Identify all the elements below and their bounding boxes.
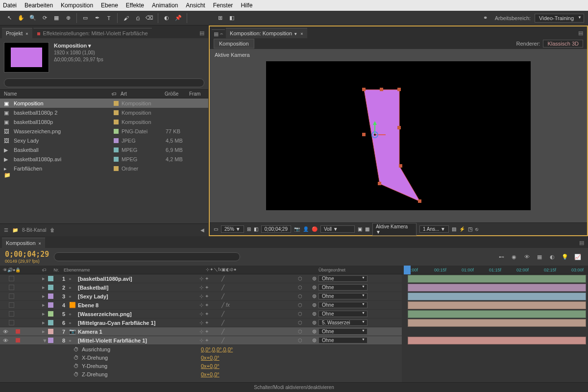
- layer-bar[interactable]: [408, 275, 586, 283]
- snapshot-icon[interactable]: 📷: [294, 226, 300, 232]
- pan-behind-tool-icon[interactable]: ⊕: [63, 13, 74, 24]
- rect-tool-icon[interactable]: ▭: [80, 13, 91, 24]
- timeline-tab[interactable]: Komposition×: [2, 238, 45, 248]
- shy-icon[interactable]: 👁: [521, 251, 532, 262]
- brush-tool-icon[interactable]: 🖌: [121, 13, 131, 24]
- show-snapshot-icon[interactable]: 👤: [303, 226, 309, 232]
- layer-bar[interactable]: [408, 293, 586, 300]
- views-count-dropdown[interactable]: 1 Ans... ▼: [419, 225, 449, 233]
- tab-effekteinstellungen[interactable]: Effekteinstellungen: Mittel-Violett Farb…: [33, 28, 152, 38]
- panel-menu-icon[interactable]: ▤: [576, 28, 585, 38]
- layer-row[interactable]: ▸ 3 ▫ [Sexy Lady] ⊹✦╱⬡ ⊚Ohne: [0, 292, 402, 301]
- toggle-switches-button[interactable]: Schalter/Modi aktivieren/deaktivieren: [254, 385, 334, 390]
- channel-icon[interactable]: 🔴: [312, 226, 318, 232]
- draft3d-icon[interactable]: ◉: [509, 251, 519, 262]
- fast-preview-icon[interactable]: ⚡: [459, 226, 465, 232]
- text-tool-icon[interactable]: T: [103, 13, 114, 24]
- project-search-input[interactable]: [4, 78, 204, 87]
- frame-blend-icon[interactable]: ▦: [534, 251, 545, 262]
- layer-bar[interactable]: [408, 319, 586, 327]
- transparency-icon[interactable]: ▦: [365, 226, 369, 232]
- project-title[interactable]: Komposition ▾: [54, 42, 103, 49]
- panel-menu-icon[interactable]: ▤: [577, 238, 586, 248]
- pen-tool-icon[interactable]: ✒: [92, 13, 102, 24]
- hand-tool-icon[interactable]: ✋: [16, 13, 26, 24]
- pixel-aspect-icon[interactable]: ▤: [452, 226, 456, 232]
- time-display[interactable]: 0;00;04;29: [261, 225, 291, 233]
- eraser-tool-icon[interactable]: ⌫: [144, 13, 155, 24]
- parent-dropdown[interactable]: Ohne: [318, 275, 368, 282]
- layer-bar[interactable]: [408, 301, 586, 309]
- motion-blur-icon[interactable]: ◐: [547, 251, 558, 262]
- layer-row[interactable]: ▸ 6 ▫ [Mittelgrau-Cyan Farbfläche 1] ⊹✦╱…: [0, 318, 402, 327]
- menu-komposition[interactable]: Komposition: [61, 2, 93, 9]
- layer-bar[interactable]: [408, 284, 586, 292]
- resolution-dropdown[interactable]: Voll ▼: [320, 225, 355, 233]
- project-item[interactable]: ▣KompositionKomposition: [0, 98, 208, 108]
- comp-tab[interactable]: Komposition: Komposition ▼×: [226, 28, 307, 38]
- grid-icon[interactable]: ⊞: [247, 226, 251, 232]
- parent-dropdown[interactable]: Ohne: [318, 293, 368, 299]
- menu-animation[interactable]: Animation: [152, 2, 178, 9]
- bit-depth-button[interactable]: 8-Bit-Kanal: [22, 227, 46, 233]
- layer-row[interactable]: ▸ 1 ▫ [basketball1080p.avi] ⊹✦╱⬡ ⊚Ohne: [0, 274, 402, 283]
- menu-hilfe[interactable]: Hilfe: [241, 2, 252, 9]
- close-icon[interactable]: ×: [25, 31, 28, 36]
- project-item[interactable]: 🖼Sexy LadyJPEG4,5 MB: [0, 136, 208, 145]
- close-icon[interactable]: ×: [300, 31, 303, 36]
- snap-extend-icon[interactable]: ◧: [226, 13, 237, 24]
- snap-icon[interactable]: ⊞: [215, 13, 225, 24]
- playhead[interactable]: [404, 266, 411, 274]
- panel-menu-icon[interactable]: ▤: [197, 28, 206, 38]
- tab-projekt[interactable]: Projekt×: [2, 28, 32, 38]
- parent-dropdown[interactable]: Ohne: [318, 337, 368, 343]
- layer-bar[interactable]: [408, 310, 586, 318]
- project-item[interactable]: 🖼Wasserzeichen.pngPNG-Datei77 KB: [0, 126, 208, 136]
- search-help-icon[interactable]: ⚭: [480, 13, 491, 24]
- camera-tool-icon[interactable]: ▦: [51, 13, 62, 24]
- timeline-icon[interactable]: ◳: [468, 226, 472, 232]
- roto-tool-icon[interactable]: ◐: [161, 13, 172, 24]
- project-item[interactable]: ▸ 📁FarbflächenOrdner: [0, 164, 208, 173]
- workspace-dropdown[interactable]: Video-Training: [535, 14, 584, 23]
- menu-fenster[interactable]: Fenster: [213, 2, 233, 9]
- brainstorm-icon[interactable]: 💡: [560, 251, 570, 262]
- parent-dropdown[interactable]: Ohne: [318, 328, 368, 335]
- parent-dropdown[interactable]: Ohne: [318, 284, 368, 291]
- flowchart-icon[interactable]: ⎋: [475, 226, 478, 232]
- selection-tool-icon[interactable]: ↖: [4, 13, 15, 24]
- property-row[interactable]: ⏱Z-Drehung0x+0,0°: [0, 370, 402, 378]
- close-icon[interactable]: ×: [39, 241, 41, 246]
- mask-icon[interactable]: ◧: [254, 226, 258, 232]
- comp-mini-icon[interactable]: ⊷: [496, 251, 507, 262]
- timeline-search-input[interactable]: [54, 252, 240, 261]
- graph-editor-icon[interactable]: 📈: [572, 251, 583, 262]
- property-row[interactable]: ⏱Ausrichtung0,0°,0,0°,0,0°: [0, 345, 402, 353]
- layer-row[interactable]: 👁 ▸ 7 📷 Kamera 1 ⊹✦╱⬡ ⊚Ohne: [0, 327, 402, 336]
- project-item[interactable]: ▶BasketballMPEG6,9 MB: [0, 145, 208, 154]
- puppet-tool-icon[interactable]: 📌: [173, 13, 184, 24]
- parent-dropdown[interactable]: Ohne: [318, 311, 368, 317]
- 3d-layer-shape[interactable]: [357, 84, 445, 221]
- parent-dropdown[interactable]: Ohne: [318, 302, 368, 308]
- timecode[interactable]: 0;00;04;29: [5, 250, 49, 259]
- menu-bearbeiten[interactable]: Bearbeiten: [24, 2, 53, 9]
- zoom-tool-icon[interactable]: 🔍: [27, 13, 38, 24]
- layer-row[interactable]: 👁 ▼ 8 ▫ [Mittel-Violett Farbfläche 1] ⊹✦…: [0, 336, 402, 345]
- zoom-dropdown[interactable]: 25% ▼: [221, 225, 244, 233]
- project-item[interactable]: ▶basketball1080p.aviMPEG4,2 MB: [0, 154, 208, 164]
- property-row[interactable]: ⏱X-Drehung0x+0,0°: [0, 353, 402, 362]
- rotate-tool-icon[interactable]: ⟳: [39, 13, 50, 24]
- comp-grip-icon[interactable]: ▦ 𝄐: [212, 29, 225, 38]
- renderer-dropdown[interactable]: Klassisch 3D: [543, 40, 583, 48]
- viewport[interactable]: Aktive Kamera: [210, 49, 587, 222]
- folder-icon[interactable]: 📁: [12, 227, 18, 233]
- interpret-icon[interactable]: ☰: [4, 227, 8, 233]
- time-ruler[interactable]: :00f 00:15f 01:00f 01:15f 02:00f 02:15f …: [402, 266, 588, 274]
- layer-row[interactable]: ▸ 2 ▫ [Basketball] ⊹✦╱⬡ ⊚Ohne: [0, 283, 402, 292]
- menu-datei[interactable]: Datei: [3, 2, 17, 9]
- menu-ebene[interactable]: Ebene: [101, 2, 118, 9]
- layer-row[interactable]: ▸ 4 🟧 Ebene 8 ⊹✦╱fx⬡ ⊚Ohne: [0, 301, 402, 310]
- comp-subtab[interactable]: Komposition: [214, 39, 254, 49]
- property-row[interactable]: ⏱Y-Drehung0x+0,0°: [0, 362, 402, 370]
